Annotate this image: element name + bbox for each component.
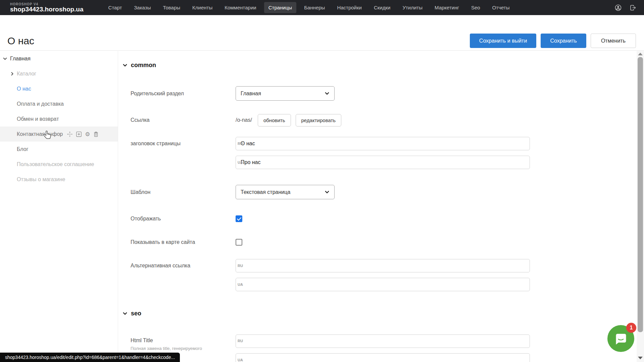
alt-link-ru-input[interactable] [236, 259, 530, 272]
chevron-down-icon [325, 91, 330, 96]
account-icon[interactable] [614, 4, 622, 11]
top-navigation: HOROSHOP V4 shop34423.horoshop.ua Старт … [0, 0, 644, 15]
page-title: О нас [7, 35, 34, 47]
tree-item-label: Отзывы о магазине [17, 176, 65, 183]
gear-icon[interactable]: ⚙ [85, 131, 90, 137]
tree-item-user-agreement[interactable]: Пользовательское соглашение [0, 157, 118, 172]
page-title-ru-row: заголовок страницы RU [131, 137, 637, 150]
tree-item-payment-delivery[interactable]: Оплата и доставка [0, 96, 118, 111]
template-row: Шаблон Текстовая страница [131, 185, 637, 199]
page-tree-sidebar: Главная Каталог О нас Оплата и доставка … [0, 51, 118, 362]
section-label: common [131, 62, 156, 69]
logo-domain: shop34423.horoshop.ua [10, 6, 84, 13]
section-common[interactable]: common [122, 62, 156, 69]
html-title-ru-row: Html Title Полная замена title, генериру… [131, 334, 637, 348]
chevron-down-icon [122, 311, 128, 316]
lang-tag-ru: RU [234, 264, 243, 268]
display-checkbox[interactable] [236, 215, 242, 222]
nav-item-settings[interactable]: Настройки [333, 2, 366, 13]
tree-item-store-reviews[interactable]: Отзывы о магазине [0, 172, 118, 187]
tree-item-label: Главная [10, 56, 31, 62]
tree-item-blog[interactable]: Блог [0, 142, 118, 157]
nav-menu: Старт Заказы Товары Клиенты Комментарии … [102, 2, 516, 13]
display-label: Отображать [131, 216, 236, 222]
link-label: Ссылка [131, 117, 236, 123]
lang-tag-ru: RU [234, 142, 243, 146]
tree-item-label: Пользовательское соглашение [17, 161, 94, 167]
nav-item-discounts[interactable]: Скидки [369, 2, 395, 13]
lang-tag-ua: UA [234, 160, 243, 164]
vertical-scrollbar[interactable] [637, 51, 644, 362]
page-title-label: заголовок страницы [131, 141, 236, 147]
link-update-button[interactable]: обновить [258, 114, 291, 126]
edit-form-panel: common Родительский раздел Главная Ссылк… [118, 51, 637, 362]
chat-bubble-icon [613, 331, 629, 346]
lang-tag-ua: UA [234, 358, 243, 362]
scroll-down-arrow[interactable] [638, 357, 643, 359]
nav-item-utilities[interactable]: Утилиты [398, 2, 427, 13]
template-label: Шаблон [131, 189, 236, 195]
chevron-right-icon[interactable] [10, 71, 14, 76]
nav-item-seo[interactable]: Seo [467, 2, 485, 13]
save-and-exit-button[interactable]: Сохранить и выйти [470, 34, 537, 48]
tree-item-label: Каталог [17, 71, 36, 77]
trash-icon[interactable] [93, 131, 99, 137]
tree-item-main[interactable]: Главная [0, 51, 118, 66]
logout-icon[interactable] [629, 4, 637, 11]
html-title-ru-input[interactable] [236, 334, 530, 348]
nav-item-clients[interactable]: Клиенты [188, 2, 217, 13]
html-title-ua-input[interactable] [236, 353, 530, 362]
page-title-ru-input[interactable] [236, 137, 530, 150]
tree-item-label: Обмен и возврат [17, 116, 59, 122]
nav-item-banners[interactable]: Баннеры [300, 2, 329, 13]
nav-item-marketing[interactable]: Маркетинг [430, 2, 463, 13]
alt-link-ru-row: Альтернативная ссылка RU [131, 259, 637, 272]
scrollbar-thumb[interactable] [638, 57, 643, 332]
move-icon[interactable] [67, 131, 73, 137]
html-title-ua-row: UA [131, 353, 637, 362]
app-root: HOROSHOP V4 shop34423.horoshop.ua Старт … [0, 0, 644, 362]
scroll-up-arrow[interactable] [638, 53, 643, 55]
alt-link-ua-input[interactable] [236, 278, 530, 291]
parent-section-select[interactable]: Главная [236, 86, 335, 101]
tree-item-label: Оплата и доставка [17, 101, 64, 107]
nav-item-comments[interactable]: Комментарии [220, 2, 260, 13]
parent-section-label: Родительский раздел [131, 91, 236, 97]
link-path: /o-nas/ [236, 117, 252, 123]
tree-item-label: О нас [17, 86, 31, 92]
nav-item-start[interactable]: Старт [104, 2, 127, 13]
html-title-hint: Полная замена title, генерируемого [131, 346, 236, 351]
nav-item-products[interactable]: Товары [158, 2, 185, 13]
chevron-down-icon [122, 63, 128, 68]
nav-item-reports[interactable]: Отчеты [488, 2, 514, 13]
chevron-down-icon[interactable] [3, 56, 7, 61]
cancel-button[interactable]: Отменить [591, 34, 636, 48]
add-icon[interactable] [76, 131, 82, 137]
tree-item-actions: ⚙ [67, 131, 99, 137]
link-edit-button[interactable]: редактировать [296, 114, 342, 126]
tree-item-label: Блог [17, 146, 29, 152]
logo[interactable]: HOROSHOP V4 shop34423.horoshop.ua [10, 2, 84, 13]
tree-item-contact-info[interactable]: Контактная инфор ⚙ [0, 126, 118, 142]
page-title-ua-input[interactable] [236, 156, 530, 169]
sitemap-checkbox[interactable] [236, 239, 242, 246]
html-title-label-block: Html Title Полная замена title, генериру… [131, 334, 236, 351]
tree-item-catalog[interactable]: Каталог [0, 66, 118, 81]
tree-item-about[interactable]: О нас [0, 81, 118, 96]
tree-item-label: Контактная инфор [17, 131, 63, 137]
nav-item-orders[interactable]: Заказы [130, 2, 155, 13]
section-label: seo [131, 310, 141, 317]
display-row: Отображать [131, 212, 637, 225]
lang-tag-ru: RU [234, 339, 243, 343]
nav-right-icons [614, 4, 637, 11]
template-select[interactable]: Текстовая страница [236, 185, 335, 199]
sitemap-label: Показывать в карте сайта [131, 239, 236, 245]
status-url-bar: shop34423.horoshop.ua/edit/edit.php?id=6… [0, 353, 180, 362]
save-button[interactable]: Сохранить [541, 34, 586, 48]
nav-item-pages[interactable]: Страницы [264, 2, 296, 13]
html-title-label: Html Title [131, 338, 236, 344]
link-row: Ссылка /o-nas/ обновить редактировать [131, 113, 637, 127]
tree-item-exchange-return[interactable]: Обмен и возврат [0, 111, 118, 126]
section-seo[interactable]: seo [122, 310, 141, 317]
select-value: Главная [241, 91, 325, 97]
